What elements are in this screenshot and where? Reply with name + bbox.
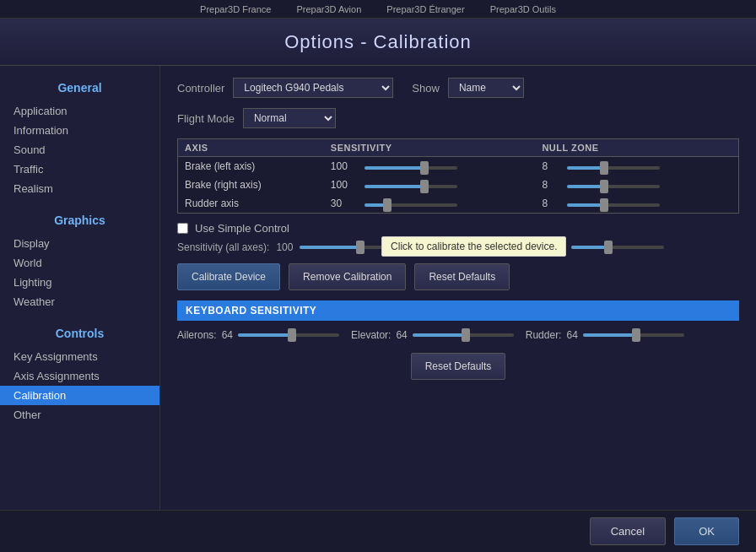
null-zones-all-slider-track[interactable]	[571, 246, 664, 249]
show-select[interactable]: Name	[448, 78, 524, 98]
axis-table-container: AXIS SENSITIVITY NULL ZONE Brake (left a…	[177, 138, 739, 214]
keyboard-slider-group: Rudder: 64	[526, 329, 684, 341]
sensitivity-slider-track[interactable]	[364, 203, 457, 207]
sensitivity-all-value: 100	[276, 241, 293, 253]
null-zone-slider-track[interactable]	[567, 185, 660, 188]
table-row: Brake (left axis) 100 8	[178, 157, 738, 176]
sensitivity-slider-thumb[interactable]	[420, 161, 429, 175]
ks-slider-track[interactable]	[238, 333, 339, 337]
axis-name: Brake (left axis)	[178, 157, 324, 176]
table-row: Rudder axis 30 8	[178, 194, 738, 213]
null-zone-slider-cell	[560, 157, 738, 176]
sidebar-item-traffic[interactable]: Traffic	[0, 160, 159, 179]
controls-section-title: Controls	[0, 320, 159, 345]
sensitivity-all-slider-thumb[interactable]	[356, 241, 364, 254]
ks-slider-track[interactable]	[413, 333, 514, 337]
flight-mode-select[interactable]: Normal	[243, 108, 336, 128]
sidebar-item-calibration[interactable]: Calibration	[0, 386, 159, 405]
null-zones-all-slider-fill	[571, 246, 608, 249]
ks-value: 64	[566, 329, 577, 341]
null-zones-all-slider-container	[571, 246, 723, 249]
right-panel: Controller Logitech G940 Pedals Show Nam…	[160, 66, 756, 510]
axis-table: AXIS SENSITIVITY NULL ZONE Brake (left a…	[178, 139, 738, 213]
sensitivity-all-slider-track[interactable]	[300, 246, 392, 249]
sensitivity-all-label: Sensitivity (all axes):	[177, 241, 269, 253]
title-bar: Options - Calibration	[0, 19, 756, 66]
controller-select[interactable]: Logitech G940 Pedals	[233, 78, 393, 98]
sidebar-item-axis-assignments[interactable]: Axis Assignments	[0, 366, 159, 386]
ks-slider-fill	[238, 333, 292, 337]
sidebar-item-world[interactable]: World	[0, 253, 159, 273]
controller-row: Controller Logitech G940 Pedals Show Nam…	[177, 78, 739, 98]
simple-control-checkbox[interactable]	[177, 223, 188, 234]
sensitivity-slider-fill	[364, 185, 425, 188]
ks-label: Ailerons:	[177, 329, 217, 341]
ks-slider-fill	[413, 333, 467, 337]
ks-slider-track[interactable]	[583, 333, 684, 337]
null-zone-slider-thumb[interactable]	[600, 198, 608, 212]
nav-item-outils[interactable]: Prepar3D Outils	[490, 4, 556, 14]
ks-slider-thumb[interactable]	[462, 328, 470, 342]
null-zone-slider-track[interactable]	[567, 166, 660, 170]
sidebar-item-key-assignments[interactable]: Key Assignments	[0, 347, 159, 366]
sidebar-item-display[interactable]: Display	[0, 234, 159, 253]
calibrate-tooltip: Click to calibrate the selected device.	[381, 236, 566, 257]
ok-button[interactable]: OK	[674, 517, 739, 545]
sensitivity-slider-track[interactable]	[364, 185, 457, 188]
col-axis: AXIS	[178, 139, 324, 157]
sidebar-item-other[interactable]: Other	[0, 405, 159, 425]
sensitivity-all-slider-fill	[300, 246, 360, 249]
null-zone-slider-thumb[interactable]	[600, 180, 608, 193]
table-row: Brake (right axis) 100 8	[178, 176, 738, 194]
axis-name: Brake (right axis)	[178, 176, 324, 194]
show-label: Show	[412, 82, 440, 95]
null-zone-slider-cell	[560, 176, 738, 194]
keyboard-sensitivity-header: KEYBOARD SENSITIVITY	[177, 300, 739, 321]
sensitivity-slider-track[interactable]	[364, 166, 457, 170]
nav-item-avion[interactable]: Prepar3D Avion	[296, 4, 361, 14]
null-zone-slider-track[interactable]	[567, 203, 660, 207]
axis-name: Rudder axis	[178, 194, 324, 213]
sidebar: General Application Information Sound Tr…	[0, 66, 160, 510]
ks-slider-thumb[interactable]	[288, 328, 296, 342]
sensitivity-slider-thumb[interactable]	[383, 198, 392, 212]
sidebar-item-weather[interactable]: Weather	[0, 292, 159, 311]
keyboard-reset-defaults-button[interactable]: Reset Defaults	[411, 353, 506, 380]
reset-defaults-button[interactable]: Reset Defaults	[414, 263, 510, 290]
sensitivity-slider-thumb[interactable]	[420, 180, 429, 193]
bottom-bar: Cancel OK	[0, 510, 756, 552]
ks-slider-fill	[583, 333, 637, 337]
ks-value: 64	[396, 329, 407, 341]
ks-label: Rudder:	[526, 329, 562, 341]
graphics-section-title: Graphics	[0, 207, 159, 232]
nav-item-france[interactable]: Prepar3D France	[200, 4, 271, 14]
sensitivity-slider-fill	[364, 166, 425, 170]
simple-control-label[interactable]: Use Simple Control	[195, 222, 289, 235]
sensitivity-slider-cell	[358, 194, 536, 213]
null-zone-slider-fill	[567, 166, 604, 170]
buttons-row: Calibrate Device Remove Calibration Clic…	[177, 263, 739, 290]
general-section-title: General	[0, 74, 159, 100]
sidebar-item-sound[interactable]: Sound	[0, 140, 159, 160]
sidebar-item-realism[interactable]: Realism	[0, 179, 159, 198]
sensitivity-value: 100	[324, 176, 358, 194]
null-zone-value: 8	[535, 176, 560, 194]
sidebar-item-information[interactable]: Information	[0, 121, 159, 140]
nav-item-etranger[interactable]: Prepar3D Étranger	[386, 4, 464, 14]
null-zone-value: 8	[535, 157, 560, 176]
null-zone-slider-thumb[interactable]	[600, 161, 608, 175]
sidebar-item-application[interactable]: Application	[0, 101, 159, 121]
keyboard-sliders-row: Ailerons: 64 Elevator: 64 Rudder: 64	[177, 329, 739, 341]
top-nav: Prepar3D France Prepar3D Avion Prepar3D …	[0, 0, 756, 19]
reset-defaults-keyboard-row: Reset Defaults	[177, 353, 739, 380]
null-zone-slider-cell	[560, 194, 738, 213]
remove-calibration-button[interactable]: Remove Calibration	[289, 263, 406, 290]
cancel-button[interactable]: Cancel	[590, 517, 666, 545]
page-title: Options - Calibration	[284, 31, 472, 53]
sidebar-item-lighting[interactable]: Lighting	[0, 273, 159, 292]
flight-mode-row: Flight Mode Normal	[177, 108, 739, 128]
null-zone-slider-fill	[567, 203, 604, 207]
calibrate-device-button[interactable]: Calibrate Device	[177, 263, 280, 290]
null-zones-all-slider-thumb[interactable]	[604, 241, 613, 254]
ks-slider-thumb[interactable]	[632, 328, 640, 342]
